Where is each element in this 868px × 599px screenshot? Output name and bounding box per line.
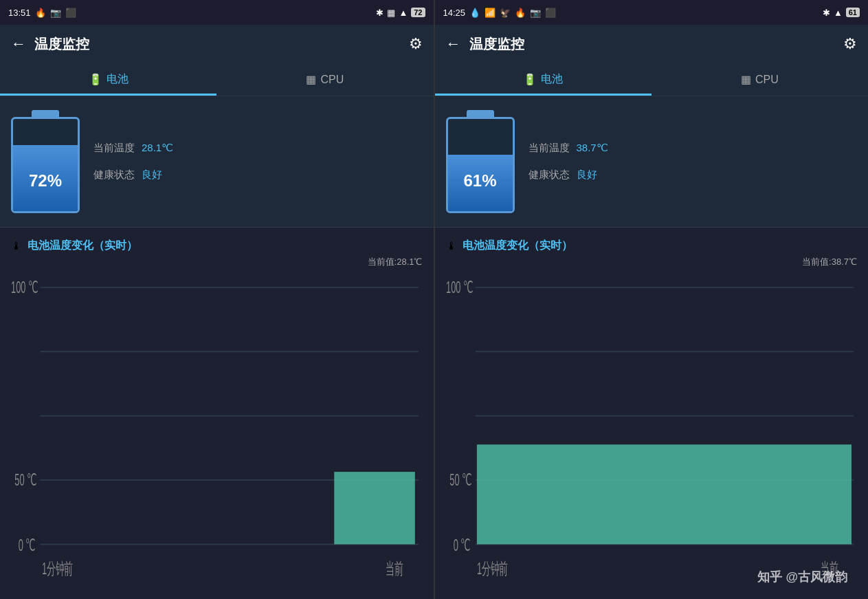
left-chart-current-value: 28.1℃ <box>397 257 422 267</box>
right-battery-visual: 61% <box>446 110 515 213</box>
right-app-title: 温度监控 <box>469 35 524 54</box>
right-status-left: 14:25 💧 📶 🦅 🔥 📷 ⬛ <box>443 8 557 18</box>
right-app-bar: ← 温度监控 ⚙ <box>435 25 869 63</box>
right-battery-info: 当前温度 38.7℃ 健康状态 良好 <box>528 142 608 182</box>
left-screen-icon: ▦ <box>387 8 395 18</box>
svg-text:当前: 当前 <box>386 560 403 578</box>
right-health-row: 健康状态 良好 <box>528 168 608 182</box>
svg-text:1分钟前: 1分钟前 <box>42 560 73 578</box>
right-tab-bar: 🔋 电池 ▦ CPU <box>435 63 869 96</box>
left-chart-section: 🌡 电池温度变化（实时） 当前值:28.1℃ 100 ℃ 50 ℃ 0 ℃ <box>0 228 434 599</box>
left-battery-tab-label: 电池 <box>107 72 129 87</box>
left-chart-current-label: 当前值: <box>368 257 397 267</box>
right-chart-section: 🌡 电池温度变化（实时） 当前值:38.7℃ 100 ℃ 50 ℃ 0 ℃ <box>435 228 869 599</box>
right-panel: 14:25 💧 📶 🦅 🔥 📷 ⬛ ✱ ▲ 61 ← 温度监控 ⚙ 🔋 电池 ▦ <box>434 0 869 599</box>
right-temp-value: 38.7℃ <box>577 142 608 155</box>
right-chart-header: 🌡 电池温度变化（实时） <box>446 239 858 253</box>
right-tab-battery[interactable]: 🔋 电池 <box>435 63 652 96</box>
left-battery-info: 当前温度 28.1℃ 健康状态 良好 <box>93 142 173 182</box>
left-wifi-icon: ▲ <box>399 8 408 18</box>
right-status-right: ✱ ▲ 61 <box>823 8 860 18</box>
left-fire-icon: 🔥 <box>35 8 46 18</box>
right-app-bar-left: ← 温度监控 <box>446 35 524 54</box>
left-app-title: 温度监控 <box>34 35 89 54</box>
svg-text:50 ℃: 50 ℃ <box>449 471 471 489</box>
left-battery-body: 72% <box>11 117 80 213</box>
right-chart-title: 电池温度变化（实时） <box>463 239 572 253</box>
right-chart-area: 100 ℃ 50 ℃ 0 ℃ 1分钟前 当前 <box>446 274 858 588</box>
left-temp-value: 28.1℃ <box>142 142 173 155</box>
left-health-value: 良好 <box>142 168 162 182</box>
right-cpu-tab-icon: ▦ <box>741 73 751 86</box>
right-battery-badge: 61 <box>846 8 860 17</box>
right-cpu-tab-label: CPU <box>755 74 779 86</box>
right-battery-tab-label: 电池 <box>541 72 563 87</box>
right-chart-current-value: 38.7℃ <box>832 257 857 267</box>
left-health-label: 健康状态 <box>93 168 135 182</box>
left-chart-title: 电池温度变化（实时） <box>27 239 137 253</box>
right-camera-icon: 📷 <box>530 8 541 18</box>
left-battery-tip <box>32 110 59 117</box>
right-bt-icon: ✱ <box>823 8 830 18</box>
left-box-icon: ⬛ <box>65 8 76 18</box>
left-app-bar: ← 温度监控 ⚙ <box>0 25 434 63</box>
left-chart-header: 🌡 电池温度变化（实时） <box>11 239 423 253</box>
right-settings-button[interactable]: ⚙ <box>843 35 857 53</box>
left-status-left: 13:51 🔥 📷 ⬛ <box>8 8 76 18</box>
svg-text:0 ℃: 0 ℃ <box>19 536 36 554</box>
right-bird-icon: 🦅 <box>500 8 511 18</box>
left-tab-battery[interactable]: 🔋 电池 <box>0 63 216 96</box>
left-battery-section: 72% 当前温度 28.1℃ 健康状态 良好 <box>0 96 434 228</box>
left-battery-visual: 72% <box>11 110 80 213</box>
svg-rect-8 <box>334 472 415 544</box>
left-temp-label: 当前温度 <box>93 142 135 155</box>
right-back-button[interactable]: ← <box>446 35 461 53</box>
svg-text:1分钟前: 1分钟前 <box>476 560 507 578</box>
left-battery-percent: 72% <box>29 171 62 190</box>
right-battery-tip <box>467 110 494 117</box>
right-health-value: 良好 <box>577 168 597 182</box>
right-chart-icon: 🌡 <box>446 240 457 252</box>
svg-text:100 ℃: 100 ℃ <box>446 279 473 296</box>
left-battery-badge: 72 <box>411 8 425 17</box>
left-time: 13:51 <box>8 8 31 18</box>
left-health-row: 健康状态 良好 <box>93 168 173 182</box>
right-tab-cpu[interactable]: ▦ CPU <box>652 63 868 96</box>
left-app-bar-left: ← 温度监控 <box>11 35 89 54</box>
left-panel: 13:51 🔥 📷 ⬛ ✱ ▦ ▲ 72 ← 温度监控 ⚙ 🔋 电池 ▦ CPU <box>0 0 434 599</box>
right-battery-percent: 61% <box>463 171 496 190</box>
right-battery-body: 61% <box>446 117 515 213</box>
right-health-label: 健康状态 <box>528 168 570 182</box>
left-bt-icon: ✱ <box>376 8 383 18</box>
right-drop-icon: 💧 <box>469 8 480 18</box>
svg-text:100 ℃: 100 ℃ <box>11 279 38 296</box>
right-battery-tab-icon: 🔋 <box>523 73 537 86</box>
left-back-button[interactable]: ← <box>11 35 26 53</box>
left-chart-svg: 100 ℃ 50 ℃ 0 ℃ 1分钟前 当前 <box>11 274 423 588</box>
right-fire-icon: 🔥 <box>515 8 526 18</box>
left-temp-row: 当前温度 28.1℃ <box>93 142 173 155</box>
svg-text:0 ℃: 0 ℃ <box>453 536 470 554</box>
svg-text:50 ℃: 50 ℃ <box>14 471 36 489</box>
left-chart-icon: 🌡 <box>11 240 22 252</box>
left-chart-current: 当前值:28.1℃ <box>11 256 423 268</box>
left-camera-icon: 📷 <box>50 8 61 18</box>
left-chart-area: 100 ℃ 50 ℃ 0 ℃ 1分钟前 当前 <box>11 274 423 588</box>
right-temp-row: 当前温度 38.7℃ <box>528 142 608 155</box>
right-box-icon: ⬛ <box>545 8 556 18</box>
right-temp-label: 当前温度 <box>528 142 570 155</box>
svg-rect-19 <box>476 444 851 544</box>
right-chart-current-label: 当前值: <box>802 257 832 267</box>
left-settings-button[interactable]: ⚙ <box>409 35 423 53</box>
left-status-right: ✱ ▦ ▲ 72 <box>376 8 425 18</box>
right-chart-current: 当前值:38.7℃ <box>446 256 858 268</box>
left-tab-cpu[interactable]: ▦ CPU <box>216 63 433 96</box>
left-cpu-tab-icon: ▦ <box>306 73 316 86</box>
left-status-bar: 13:51 🔥 📷 ⬛ ✱ ▦ ▲ 72 <box>0 0 434 25</box>
svg-text:当前: 当前 <box>821 560 838 578</box>
right-time: 14:25 <box>443 8 466 18</box>
right-chart-svg: 100 ℃ 50 ℃ 0 ℃ 1分钟前 当前 <box>446 274 858 588</box>
right-wifi-icon: ▲ <box>834 8 843 18</box>
left-cpu-tab-label: CPU <box>320 74 344 86</box>
right-status-bar: 14:25 💧 📶 🦅 🔥 📷 ⬛ ✱ ▲ 61 <box>435 0 869 25</box>
